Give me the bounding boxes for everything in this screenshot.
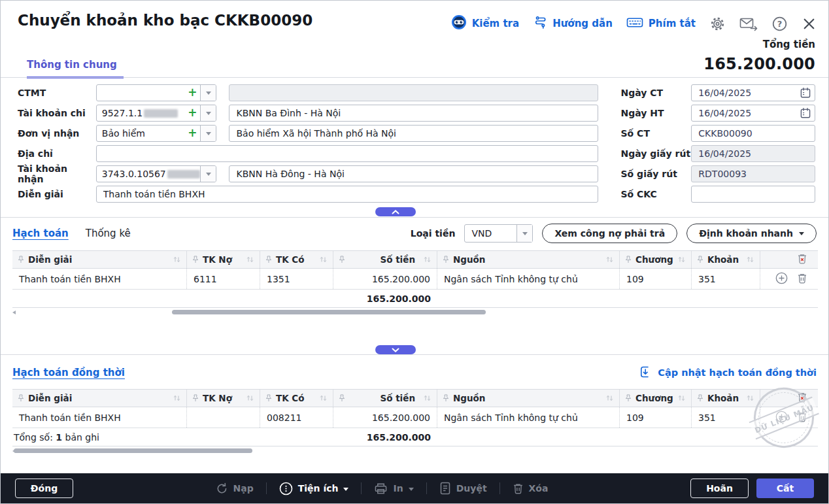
delete-all-icon[interactable] xyxy=(797,392,807,405)
delete-row-icon[interactable] xyxy=(797,273,807,286)
pin-icon[interactable] xyxy=(18,394,24,402)
so-ct-input[interactable] xyxy=(691,125,815,142)
pin-icon[interactable] xyxy=(192,256,199,263)
sort-icon[interactable] xyxy=(246,256,254,263)
view-payables-button[interactable]: Xem công nợ phải trả xyxy=(542,224,677,243)
form-row-dia-chi: Địa chỉ Ngày giấy rút xyxy=(1,145,828,162)
horizontal-scrollbar[interactable] xyxy=(12,308,818,316)
sort-icon[interactable] xyxy=(677,256,686,263)
tab-hach-toan[interactable]: Hạch toán xyxy=(12,227,69,239)
concurrent-title-link[interactable]: Hạch toán đồng thời xyxy=(12,367,125,378)
sort-icon[interactable] xyxy=(746,256,754,263)
ctmt-add-icon[interactable]: + xyxy=(186,85,200,101)
pin-icon[interactable] xyxy=(339,394,345,402)
form-row-tai-khoan-nhan: Tài khoản nhận 3743.0.10567 Số giấy rút xyxy=(1,165,828,182)
pin-icon[interactable] xyxy=(625,256,632,263)
col-chuong: Chương xyxy=(620,251,692,268)
pin-icon[interactable] xyxy=(18,256,24,263)
help-icon[interactable]: ? xyxy=(771,16,788,32)
pin-icon[interactable] xyxy=(265,394,272,402)
calendar-icon[interactable] xyxy=(800,107,811,122)
pin-icon[interactable] xyxy=(443,256,449,263)
check-button[interactable]: Kiểm tra xyxy=(451,14,519,33)
tai-khoan-nhan-dropdown-icon[interactable] xyxy=(200,166,216,182)
sort-icon[interactable] xyxy=(246,394,254,402)
col-dien-giai: Diễn giải xyxy=(12,390,187,407)
delete-row-icon[interactable] xyxy=(797,411,807,424)
settings-gear-icon[interactable] xyxy=(709,16,726,32)
ctmt-dropdown-icon[interactable] xyxy=(200,85,216,101)
dia-chi-input[interactable] xyxy=(96,145,598,162)
sort-icon[interactable] xyxy=(319,394,328,402)
horizontal-scrollbar[interactable] xyxy=(12,446,818,454)
pin-icon[interactable] xyxy=(265,256,272,263)
close-button[interactable]: Đóng xyxy=(15,479,73,498)
calendar-icon[interactable] xyxy=(800,87,811,101)
ctmt-combo[interactable]: + xyxy=(96,84,217,101)
guide-button[interactable]: Hướng dẫn xyxy=(533,15,613,32)
tai-khoan-chi-add-icon[interactable]: + xyxy=(186,105,200,121)
sort-icon[interactable] xyxy=(423,256,431,263)
don-vi-nhan-combo[interactable]: Bảo hiểm + xyxy=(96,125,217,142)
tab-thong-ke[interactable]: Thống kê xyxy=(86,227,131,239)
ngay-giay-rut-label: Ngày giấy rút xyxy=(621,148,692,159)
tai-khoan-nhan-detail-field[interactable] xyxy=(229,165,598,182)
pin-icon[interactable] xyxy=(697,256,703,263)
sort-icon[interactable] xyxy=(423,394,431,402)
sort-icon[interactable] xyxy=(746,394,754,402)
table-total-amount: 165.200.000 xyxy=(367,294,437,304)
sort-icon[interactable] xyxy=(677,394,686,402)
add-row-icon[interactable] xyxy=(775,411,788,425)
sort-icon[interactable] xyxy=(173,394,181,402)
approve-button[interactable]: Duyệt xyxy=(439,482,487,495)
tai-khoan-chi-dropdown-icon[interactable] xyxy=(200,105,216,121)
don-vi-nhan-detail-field[interactable] xyxy=(229,125,598,142)
tai-khoan-chi-detail-field[interactable] xyxy=(229,105,598,122)
pin-icon[interactable] xyxy=(339,256,345,263)
scrollbar-thumb[interactable] xyxy=(172,310,486,314)
scrollbar-thumb[interactable] xyxy=(14,448,252,453)
sort-icon[interactable] xyxy=(173,256,181,263)
don-vi-nhan-dropdown-icon[interactable] xyxy=(200,126,216,141)
reload-button[interactable]: Nạp xyxy=(216,482,254,495)
don-vi-nhan-add-icon[interactable]: + xyxy=(186,126,200,141)
pin-icon[interactable] xyxy=(697,394,703,402)
tab-general-info[interactable]: Thông tin chung xyxy=(27,59,124,78)
quick-entry-button[interactable]: Định khoản nhanh xyxy=(686,224,817,243)
pin-icon[interactable] xyxy=(625,394,632,402)
pin-icon[interactable] xyxy=(443,394,449,402)
print-button[interactable]: In xyxy=(374,482,413,495)
tai-khoan-nhan-label: Tài khoản nhận xyxy=(18,163,96,184)
send-mail-icon[interactable] xyxy=(739,16,758,31)
so-ckc-input[interactable] xyxy=(691,186,815,203)
sort-icon[interactable] xyxy=(319,256,328,263)
scroll-left-icon[interactable] xyxy=(12,311,16,314)
update-concurrent-link[interactable]: Cập nhật hạch toán đồng thời xyxy=(639,365,817,380)
ngay-ct-label: Ngày CT xyxy=(621,88,692,98)
ngay-ht-input[interactable] xyxy=(691,105,815,122)
collapse-form-button[interactable] xyxy=(375,207,416,216)
delete-all-icon[interactable] xyxy=(797,253,807,266)
form-row-ctmt: CTMT + Ngày CT xyxy=(1,84,828,101)
expand-section-button[interactable] xyxy=(375,345,416,354)
dien-giai-input[interactable] xyxy=(96,186,598,203)
utilities-button[interactable]: Tiện ích xyxy=(279,482,349,496)
table-row[interactable]: Thanh toán tiền BHXH 6111 1351 165.200.0… xyxy=(12,269,818,290)
table-row[interactable]: Thanh toán tiền BHXH 008211 165.200.000 … xyxy=(12,407,818,428)
shortcut-button[interactable]: Phím tắt xyxy=(626,16,696,32)
so-giay-rut-label: Số giấy rút xyxy=(621,169,692,179)
add-row-icon[interactable] xyxy=(775,272,788,286)
tai-khoan-nhan-combo[interactable]: 3743.0.10567 xyxy=(96,165,217,182)
sort-icon[interactable] xyxy=(605,256,614,263)
tai-khoan-chi-combo[interactable]: 9527.1.1 + xyxy=(96,105,217,122)
currency-dropdown-icon[interactable] xyxy=(516,225,532,242)
ngay-ct-input[interactable] xyxy=(691,84,815,101)
close-icon[interactable] xyxy=(802,16,817,31)
svg-text:?: ? xyxy=(777,19,783,29)
delete-button[interactable]: Xóa xyxy=(513,482,549,494)
sort-icon[interactable] xyxy=(605,394,614,402)
postpone-button[interactable]: Hoãn xyxy=(690,479,749,498)
save-button[interactable]: Cất xyxy=(756,479,814,498)
currency-select[interactable]: VND xyxy=(464,224,533,243)
pin-icon[interactable] xyxy=(192,394,199,402)
